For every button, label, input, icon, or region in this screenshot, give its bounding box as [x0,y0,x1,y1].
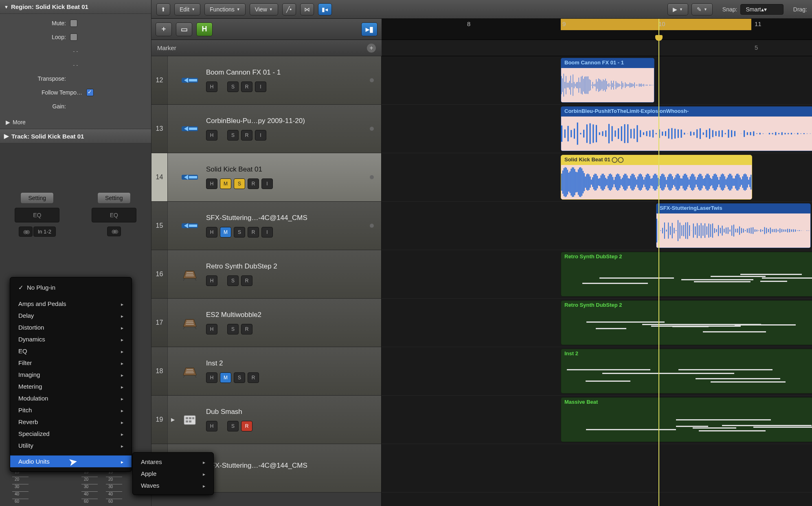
arrange-row[interactable]: Retro Synth DubStep 2 [382,299,812,347]
track-r-button[interactable]: R [248,178,259,189]
region[interactable]: SFX-StutteringLaserTwis [656,203,811,248]
marker-row[interactable]: Marker + [151,40,382,56]
track-i-button[interactable]: I [255,130,266,141]
track-r-button[interactable]: R [248,227,259,238]
region[interactable]: Retro Synth DubStep 2 [561,252,812,297]
track-s-button[interactable]: S [227,324,239,334]
mute-checkbox[interactable] [70,20,77,27]
track-s-button[interactable]: S [227,130,239,141]
plugin-menu[interactable]: No Plug-in Amps and PedalsDelayDistortio… [10,277,132,472]
plugin-menu-item[interactable]: Metering [10,381,132,392]
track-r-button[interactable]: R [241,130,252,141]
track-h-button[interactable]: H [206,130,217,141]
track-s-button[interactable]: S [234,227,245,238]
hide-button[interactable]: H [196,22,213,36]
region[interactable]: CorbinBleu-PushItToTheLimit-ExplosionWho… [561,106,812,151]
track-icon[interactable] [178,122,202,135]
arrange-row[interactable]: Retro Synth DubStep 2 [382,250,812,299]
arrange-row[interactable]: CorbinBleu-PushItToTheLimit-ExplosionWho… [382,105,812,153]
arrange-area[interactable]: 8 9 10 11 5 Boom Cannon FX 01 - 1CorbinB… [382,19,812,506]
track-icon[interactable] [178,74,202,87]
track-r-button[interactable]: R [241,324,252,334]
plugin-menu-no-plugin[interactable]: No Plug-in [10,282,132,294]
pointer-tool[interactable]: ▶▼ [667,3,688,15]
filter-icon[interactable]: ▮◂ [318,3,332,15]
duplicate-track-button[interactable]: ▭ [176,22,192,36]
arrange-row[interactable]: Boom Cannon FX 01 - 1 [382,56,812,105]
track-h-button[interactable]: H [206,372,217,383]
track-h-button[interactable]: H [206,324,217,334]
disclosure-triangle-icon[interactable]: ▼ [4,4,9,9]
track-icon[interactable] [178,219,202,232]
plugin-menu-item[interactable]: Dynamics [10,333,132,345]
track-h-button[interactable]: H [206,227,217,238]
follow-tempo-checkbox[interactable] [86,89,94,96]
track-row[interactable]: 18Inst 2HMSR [151,347,381,396]
plugin-menu-item[interactable]: Filter [10,357,132,369]
track-m-button[interactable]: M [220,227,231,238]
stereo-icon[interactable] [19,227,33,237]
snap-select[interactable]: Smart ▴▾ [740,4,783,15]
more-disclosure[interactable]: ▶More [0,116,151,129]
arrange-row[interactable]: SFX-StutteringLaserTwis [382,202,812,250]
plugin-menu-item[interactable]: Specialized [10,428,132,440]
track-r-button[interactable]: R [241,421,252,431]
setting-button[interactable]: Setting [97,192,131,204]
plugin-menu-item[interactable]: Reverb [10,416,132,428]
track-h-button[interactable]: H [206,81,217,92]
track-h-button[interactable]: H [206,275,217,286]
track-s-button[interactable]: S [234,372,245,383]
plugin-menu-item[interactable]: Utility [10,440,132,451]
automation-curve-icon[interactable]: ╱• [282,3,296,15]
track-m-button[interactable]: M [220,372,231,383]
arrange-row[interactable]: Solid Kick Beat 01 ◯◯ [382,153,812,202]
track-automation-dot[interactable] [370,127,374,131]
functions-menu[interactable]: Functions▼ [204,3,246,15]
setting-button[interactable]: Setting [20,192,54,204]
track-header[interactable]: ▶Track: Solid Kick Beat 01 [0,129,151,143]
plugin-menu-item[interactable]: Delay [10,310,132,321]
track-s-button[interactable]: S [227,81,239,92]
arrange-row[interactable]: Massive Beat [382,396,812,444]
view-menu[interactable]: View▼ [250,3,278,15]
eq-display[interactable]: EQ [92,208,136,222]
track-r-button[interactable]: R [248,372,259,383]
track-s-button[interactable]: S [227,421,239,431]
track-h-button[interactable]: H [206,421,217,431]
cycle-region[interactable] [561,19,751,30]
bar-ruler[interactable]: 8 9 10 11 [382,19,812,40]
track-row[interactable]: 19▶Dub SmashHSR [151,396,381,444]
plugin-menu-item[interactable]: Pitch [10,404,132,416]
track-automation-dot[interactable] [370,175,374,179]
alt-tool[interactable]: ✎▼ [691,3,713,15]
plugin-submenu-item[interactable]: Antares [133,456,213,468]
region[interactable]: Solid Kick Beat 01 ◯◯ [561,155,752,200]
plugin-menu-item[interactable]: Amps and Pedals [10,298,132,310]
arrange-row[interactable]: Inst 2 [382,347,812,396]
plugin-submenu-item[interactable]: Apple [133,468,213,480]
region[interactable]: Inst 2 [561,349,812,394]
track-row[interactable]: 13CorbinBleu-Pu…py 2009-11-20)HSRI [151,105,381,153]
track-icon[interactable] [178,171,202,184]
track-icon[interactable] [178,268,202,281]
plugin-menu-item[interactable]: Distortion [10,321,132,333]
track-icon[interactable] [178,365,202,378]
input-slot[interactable]: In 1-2 [33,227,56,237]
track-automation-dot[interactable] [370,224,374,228]
plugin-submenu-item[interactable]: Waves [133,480,213,491]
track-icon[interactable] [178,413,202,426]
up-arrow-icon[interactable]: ⬆ [156,3,170,15]
track-row[interactable]: 14Solid Kick Beat 01HMSRI [151,153,381,202]
plugin-menu-item[interactable]: Imaging [10,369,132,381]
track-h-button[interactable]: H [206,178,217,189]
plugin-menu-item[interactable]: EQ [10,345,132,357]
track-row[interactable]: 16Retro Synth DubStep 2HSR [151,250,381,299]
region[interactable]: Boom Cannon FX 01 - 1 [561,58,654,103]
track-s-button[interactable]: S [234,178,245,189]
plugin-submenu[interactable]: AntaresAppleWaves [132,452,214,495]
track-row[interactable]: 12Boom Cannon FX 01 - 1HSRI [151,56,381,105]
add-marker-button[interactable]: + [367,44,376,53]
region-header[interactable]: ▼ Region: Solid Kick Beat 01 [0,0,151,14]
track-row[interactable]: 15SFX-Stuttering…-4C@144_CMSHMSRI [151,202,381,250]
track-r-button[interactable]: R [241,81,252,92]
